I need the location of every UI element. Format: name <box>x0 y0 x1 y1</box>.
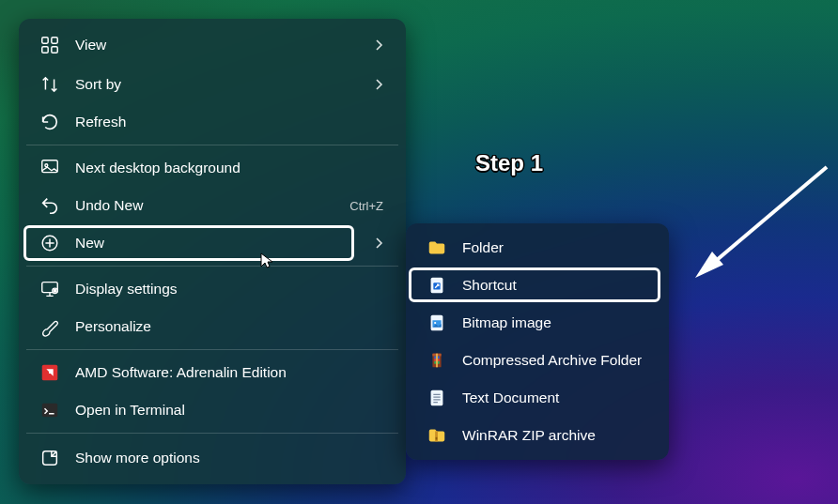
submenu-item-archive-folder[interactable]: Compressed Archive Folder <box>411 342 663 379</box>
add-icon <box>38 231 62 255</box>
menu-item-view[interactable]: View <box>24 24 400 66</box>
tutorial-arrow <box>676 160 836 291</box>
submenu-item-zip[interactable]: WinRAR ZIP archive <box>411 417 663 454</box>
text-doc-icon <box>425 386 449 410</box>
menu-label: View <box>75 37 374 53</box>
menu-label: New <box>75 235 374 252</box>
submenu-item-folder[interactable]: Folder <box>411 229 663 267</box>
sort-icon <box>38 72 62 97</box>
menu-label: WinRAR ZIP archive <box>462 427 646 444</box>
menu-item-next-desktop-background[interactable]: Next desktop background <box>24 149 400 187</box>
svg-rect-10 <box>42 404 58 418</box>
folder-icon <box>425 236 449 260</box>
svg-rect-1 <box>52 38 57 43</box>
svg-rect-2 <box>42 47 48 53</box>
desktop-context-menu: View Sort by Refresh Ne <box>19 19 406 484</box>
menu-label: Refresh <box>75 114 383 130</box>
chevron-right-icon <box>374 237 383 249</box>
svg-marker-27 <box>695 252 723 278</box>
svg-point-5 <box>45 164 48 167</box>
menu-label: Display settings <box>75 281 383 298</box>
svg-point-16 <box>434 322 436 324</box>
chevron-right-icon <box>374 39 383 51</box>
menu-item-open-in-terminal[interactable]: Open in Terminal <box>24 391 400 429</box>
svg-rect-0 <box>42 38 48 43</box>
menu-item-refresh[interactable]: Refresh <box>24 103 400 141</box>
bitmap-icon <box>425 311 449 335</box>
submenu-item-shortcut[interactable]: Shortcut <box>411 267 663 304</box>
menu-label: Show more options <box>75 450 383 466</box>
undo-icon <box>38 193 62 218</box>
svg-rect-24 <box>435 431 438 441</box>
menu-separator <box>26 145 398 145</box>
menu-label: Shortcut <box>462 277 646 294</box>
zip-icon <box>425 423 449 448</box>
menu-item-sort-by[interactable]: Sort by <box>24 66 400 103</box>
shortcut-file-icon <box>425 273 449 298</box>
menu-label: Compressed Archive Folder <box>462 352 646 369</box>
menu-label: Bitmap image <box>462 314 646 331</box>
menu-label: Text Document <box>462 389 646 406</box>
menu-shortcut: Ctrl+Z <box>349 199 383 213</box>
step-annotation: Step 1 <box>475 150 543 176</box>
menu-item-display-settings[interactable]: Display settings <box>24 270 400 308</box>
desktop-bg-icon <box>38 156 62 180</box>
menu-item-undo-new[interactable]: Undo New Ctrl+Z <box>24 187 400 224</box>
svg-rect-25 <box>436 437 438 440</box>
menu-separator <box>26 349 398 350</box>
archive-folder-icon <box>425 348 449 373</box>
grid-icon <box>38 33 62 57</box>
menu-label: Sort by <box>75 76 374 93</box>
menu-label: Open in Terminal <box>75 402 383 419</box>
submenu-item-bitmap[interactable]: Bitmap image <box>411 304 663 342</box>
menu-separator <box>26 266 398 267</box>
display-icon <box>38 277 62 301</box>
chevron-right-icon <box>374 79 383 90</box>
menu-label: Undo New <box>75 197 349 214</box>
svg-rect-22 <box>436 354 438 368</box>
menu-label: Folder <box>462 239 646 256</box>
refresh-icon <box>38 110 62 134</box>
amd-icon <box>38 360 62 385</box>
personalize-icon <box>38 314 62 339</box>
menu-item-new[interactable]: New <box>24 224 400 262</box>
menu-item-amd-software[interactable]: AMD Software: Adrenalin Edition <box>24 354 400 391</box>
menu-label: Personalize <box>75 318 383 335</box>
menu-label: AMD Software: Adrenalin Edition <box>75 364 383 381</box>
svg-rect-3 <box>52 47 57 53</box>
menu-separator <box>26 433 398 434</box>
menu-label: Next desktop background <box>75 160 383 176</box>
svg-rect-23 <box>431 390 443 406</box>
submenu-item-text-doc[interactable]: Text Document <box>411 379 663 417</box>
menu-item-personalize[interactable]: Personalize <box>24 308 400 345</box>
more-icon <box>38 446 62 470</box>
menu-item-show-more-options[interactable]: Show more options <box>24 437 400 479</box>
new-submenu: Folder Shortcut Bitmap image C <box>406 223 669 460</box>
svg-line-26 <box>705 167 827 270</box>
terminal-icon <box>38 398 62 422</box>
